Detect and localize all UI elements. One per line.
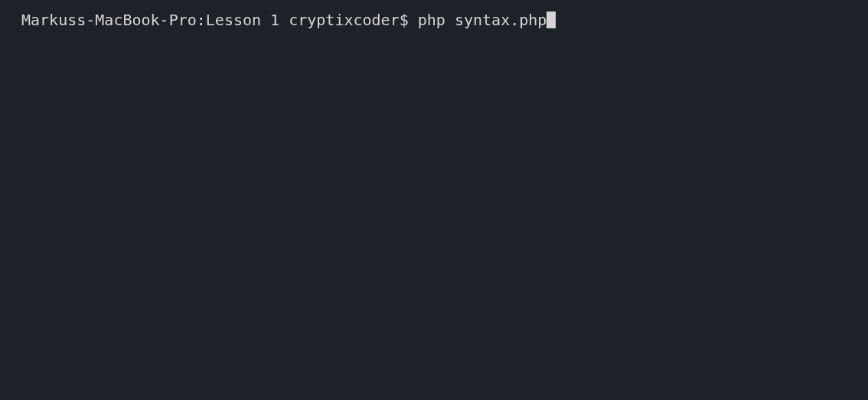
terminal-prompt: Markuss-MacBook-Pro:Lesson 1 cryptixcode… xyxy=(21,11,418,29)
terminal-command: php syntax.php xyxy=(418,11,547,29)
terminal-line[interactable]: Markuss-MacBook-Pro:Lesson 1 cryptixcode… xyxy=(21,11,556,29)
terminal-cursor xyxy=(547,11,556,28)
